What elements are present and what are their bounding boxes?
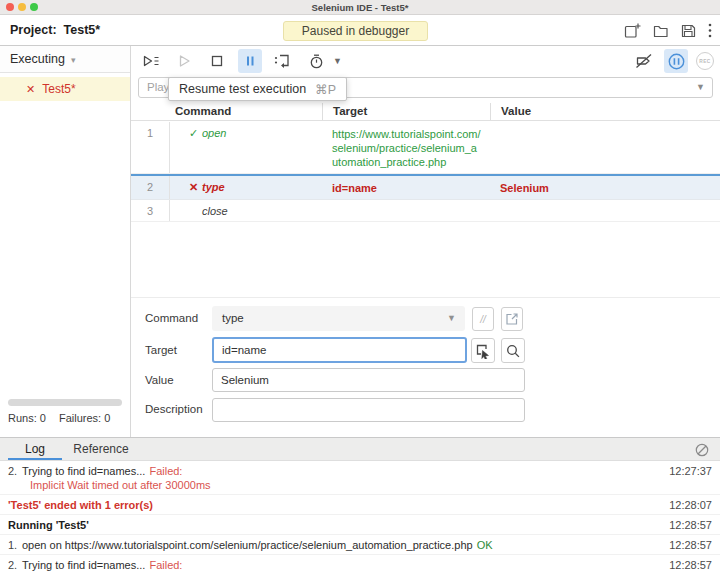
target-cell: id=name: [322, 176, 490, 199]
value-cell: [490, 122, 720, 173]
row-number: 3: [131, 200, 170, 221]
url-dropdown-caret[interactable]: ▼: [696, 78, 705, 97]
log-entry-number: 2.: [8, 465, 22, 477]
window-title: Selenium IDE - Test5*: [0, 2, 720, 13]
command-row[interactable]: 1 ✓open https://www.tutorialspoint.com/s…: [131, 122, 720, 174]
speed-dropdown-caret[interactable]: ▼: [333, 56, 342, 66]
pause-button[interactable]: [238, 49, 262, 73]
log-entry-text: Running 'Test5': [8, 519, 89, 531]
log-entry: 1.open on https://www.tutorialspoint.com…: [0, 535, 720, 555]
playback-toolbar: ▼ REC: [131, 46, 720, 76]
project-title: Project:Test5*: [10, 23, 100, 37]
select-target-in-page-button[interactable]: [471, 338, 495, 363]
value-input[interactable]: [212, 368, 525, 392]
main-panel: ▼ REC Playback base URL ▼ Resume test ex…: [131, 46, 720, 437]
log-entry: 2.Trying to find id=names...Failed: Impl…: [0, 461, 720, 495]
disable-breakpoints-button[interactable]: [632, 49, 656, 73]
run-current-test-button[interactable]: [172, 49, 196, 73]
log-entry-timestamp: 12:28:57: [669, 539, 712, 551]
row-number: 1: [131, 122, 170, 173]
command-cell: ✕type: [170, 176, 322, 199]
log-tab-bar: Log Reference: [0, 437, 720, 461]
new-project-icon[interactable]: [623, 22, 641, 39]
log-entry-status: OK: [477, 539, 493, 551]
save-project-icon[interactable]: [680, 23, 697, 39]
column-header-value: Value: [490, 103, 720, 120]
command-text: close: [202, 205, 228, 217]
log-entry-timestamp: 12:28:57: [669, 519, 712, 531]
value-cell: Selenium: [490, 176, 720, 199]
command-text: type: [202, 181, 225, 193]
toggle-comment-button[interactable]: //: [472, 307, 494, 331]
app-header: Project:Test5* Paused in debugger: [0, 15, 720, 46]
pause-on-exceptions-button[interactable]: [664, 49, 688, 73]
log-entry-timestamp: 12:27:37: [669, 465, 712, 477]
target-input[interactable]: [212, 337, 467, 363]
paused-in-debugger-badge: Paused in debugger: [283, 21, 428, 41]
test-sidebar: Executing▾ ✕Test5* Runs: 0 Failures: 0: [0, 46, 131, 437]
tests-dropdown-label: Executing: [10, 52, 65, 66]
command-table-header: Command Target Value: [131, 103, 720, 121]
stop-button[interactable]: [205, 49, 229, 73]
log-entry-text: Trying to find id=names...: [22, 465, 145, 477]
step-over-button[interactable]: [271, 49, 295, 73]
command-table-rows: 1 ✓open https://www.tutorialspoint.com/s…: [131, 122, 720, 222]
log-panel: Log Reference 2.Trying to find id=names.…: [0, 437, 720, 573]
target-cell: https://www.tutorialspoint.com/selenium/…: [322, 122, 490, 173]
open-project-icon[interactable]: [652, 23, 669, 39]
runs-count: Runs: 0: [8, 412, 46, 424]
command-cell: ✓open: [170, 122, 322, 173]
open-in-new-window-icon[interactable]: [501, 307, 523, 331]
chevron-down-icon: ▾: [71, 55, 76, 65]
row-number: 2: [131, 176, 170, 199]
search-target-icon[interactable]: [501, 338, 525, 363]
record-button[interactable]: REC: [696, 52, 714, 70]
tooltip-text: Resume test execution: [179, 82, 306, 96]
command-row[interactable]: 2 ✕type id=name Selenium: [131, 174, 720, 200]
tooltip-shortcut: ⌘P: [315, 82, 336, 97]
resume-tooltip: Resume test execution ⌘P: [168, 77, 347, 101]
command-select[interactable]: type ▼: [212, 306, 465, 331]
log-entry-status: Failed:: [149, 465, 182, 477]
log-entry-text: 'Test5' ended with 1 error(s): [8, 499, 153, 511]
command-cell: close: [170, 200, 322, 221]
row-status-icon: ✓: [189, 127, 202, 140]
tab-reference[interactable]: Reference: [70, 438, 132, 460]
log-entry-number: 2.: [8, 559, 22, 571]
log-entry-status: Failed:: [149, 559, 182, 571]
clear-log-icon[interactable]: [695, 443, 709, 457]
log-entry: 2.Trying to find id=names...Failed: Impl…: [0, 555, 720, 573]
run-statistics: Runs: 0 Failures: 0: [8, 412, 110, 424]
command-text: open: [202, 127, 226, 139]
description-input[interactable]: [212, 398, 525, 422]
command-edit-form: Command type ▼ // Target Value Descripti…: [131, 297, 720, 437]
log-entry-detail: Implicit Wait timed out after 30000ms: [30, 479, 712, 491]
test-speed-button[interactable]: [304, 49, 328, 73]
failures-count: Failures: 0: [59, 412, 110, 424]
target-field-label: Target: [145, 344, 177, 356]
log-entry-text: Trying to find id=names...: [22, 559, 145, 571]
command-select-value: type: [222, 312, 244, 324]
tests-dropdown[interactable]: Executing▾: [0, 46, 130, 73]
tab-log[interactable]: Log: [8, 438, 62, 460]
log-entries: 2.Trying to find id=names...Failed: Impl…: [0, 461, 720, 573]
command-row[interactable]: 3 close: [131, 200, 720, 222]
column-header-command: Command: [170, 103, 322, 120]
test-failed-icon: ✕: [26, 83, 35, 95]
project-name: Test5*: [64, 23, 101, 37]
command-field-label: Command: [145, 312, 198, 324]
run-all-tests-button[interactable]: [139, 49, 163, 73]
log-entry: Running 'Test5' 12:28:57: [0, 515, 720, 535]
log-entry: 'Test5' ended with 1 error(s) 12:28:07: [0, 495, 720, 515]
test-progress-bar: [8, 399, 122, 406]
value-field-label: Value: [145, 374, 174, 386]
macos-titlebar: Selenium IDE - Test5*: [0, 0, 720, 15]
more-menu-icon[interactable]: [708, 23, 712, 38]
log-entry-timestamp: 12:28:07: [669, 499, 712, 511]
command-select-caret: ▼: [447, 306, 456, 331]
sidebar-test-item[interactable]: ✕Test5*: [0, 77, 130, 101]
column-header-target: Target: [322, 103, 490, 120]
target-cell: [322, 200, 490, 221]
test-name: Test5*: [42, 82, 75, 96]
description-field-label: Description: [145, 403, 203, 415]
